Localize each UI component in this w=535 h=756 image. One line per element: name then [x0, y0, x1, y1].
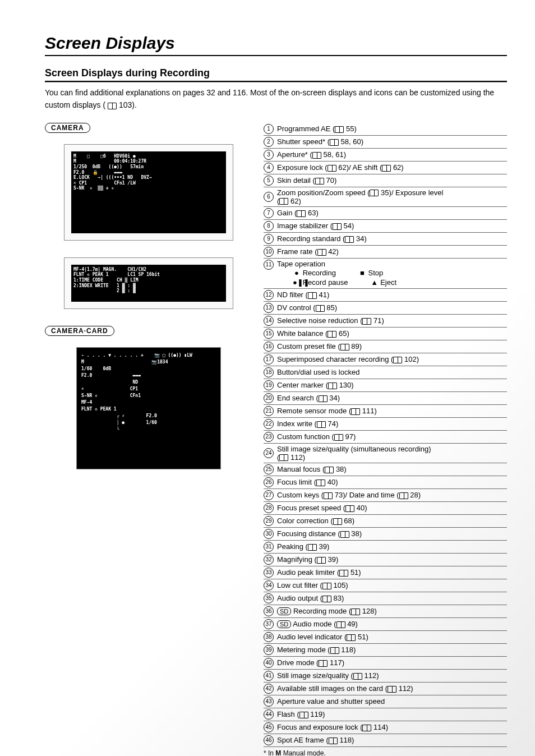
legend-number: 13 [264, 303, 274, 313]
camera-osd-diagram: M □ □6 HDV60i ● M 00:04:10:27R 1/250 0dB… [64, 144, 233, 241]
legend-number: 24 [264, 448, 274, 458]
diagram2-text: - . . . . ▼ . . . . . + 📷 □ ((●)) ▮LW M … [81, 352, 216, 433]
book-icon [319, 395, 328, 402]
book-icon [325, 467, 334, 473]
book-icon [299, 712, 308, 718]
sd-pill: SD [277, 607, 291, 615]
legend-number: 30 [264, 529, 274, 539]
legend-item: 42Available still images on the card ( 1… [264, 683, 507, 695]
legend-text: Programmed AE ( 55) [277, 125, 357, 133]
legend-item: 19Center marker ( 130) [264, 379, 507, 392]
legend-text: SD Recording mode ( 128) [277, 607, 377, 615]
book-icon [328, 165, 336, 172]
legend-number: 21 [264, 406, 274, 416]
legend-item: 6Zoom position/Zoom speed ( 35)/ Exposur… [264, 187, 507, 207]
legend-item: 15White balance ( 65) [264, 328, 507, 340]
legend-text: Audio level indicator ( 51) [277, 633, 368, 641]
legend-text: ND filter ( 41) [277, 291, 329, 299]
book-icon [340, 344, 349, 351]
legend-text: Metering mode ( 118) [277, 646, 356, 654]
legend-item: 14Selective noise reduction ( 71) [264, 315, 507, 328]
book-icon [308, 292, 317, 299]
legend-item: 7Gain ( 63) [264, 207, 507, 220]
legend-item: 18Button/dial used is locked [264, 366, 507, 379]
book-icon [316, 305, 325, 312]
book-icon [333, 223, 342, 230]
legend-text: Remote sensor mode ( 111) [277, 407, 377, 415]
legend-item: 36SD Recording mode ( 128) [264, 605, 507, 618]
legend-text: Focus and exposure lock ( 114) [277, 723, 388, 731]
legend-item: 31Peaking ( 39) [264, 541, 507, 554]
legend-number: 12 [264, 290, 274, 300]
legend-text: Low cut filter ( 105) [277, 581, 348, 589]
legend-number: 40 [264, 658, 274, 668]
legend-item: 2Shutter speed* ( 58, 60) [264, 136, 507, 149]
camera-card-mode-pill: CAMERA·CARD [45, 326, 114, 336]
legend-item: 44Flash ( 119) [264, 708, 507, 721]
legend-text: Frame rate ( 42) [277, 247, 339, 256]
legend-text: Exposure lock ( 62)/ AE shift ( 62) [277, 163, 404, 172]
legend-item: 24Still image size/quality (simultaneous… [264, 444, 507, 463]
tape-stop: Stop [368, 269, 384, 277]
legend-number: 9 [264, 234, 274, 244]
legend-item: 30Focusing distance ( 38) [264, 528, 507, 541]
legend-number: 19 [264, 380, 274, 390]
legend-item: 4Exposure lock ( 62)/ AE shift ( 62) [264, 162, 507, 174]
book-icon [315, 178, 324, 185]
legend-number: 2 [264, 137, 274, 147]
legend-item: 16Custom preset file ( 89) [264, 340, 507, 353]
legend-item: 8Image stabilizer ( 54) [264, 220, 507, 233]
legend-text: Focus preset speed ( 40) [277, 504, 367, 512]
book-icon [328, 331, 336, 338]
legend-text: End search ( 34) [277, 394, 340, 402]
tape-recording: Recording [303, 269, 336, 277]
legend-item: 23Custom function ( 97) [264, 431, 507, 444]
legend-number: 37 [264, 619, 274, 629]
legend-item: 11Tape operation● Recording■ Stop●❚❚ Rec… [264, 259, 507, 289]
legend-item: 21Remote sensor mode ( 111) [264, 405, 507, 418]
legend-item: 32Magnifying ( 39) [264, 554, 507, 566]
legend-item: 5Skin detail ( 70) [264, 174, 507, 187]
book-icon [351, 609, 360, 615]
tape-pause: Record pause [303, 278, 348, 287]
legend-number: 36 [264, 606, 274, 616]
legend-text: Skin detail ( 70) [277, 176, 336, 185]
book-icon [330, 139, 339, 146]
legend-text: Selective noise reduction ( 71) [277, 316, 384, 325]
legend-text: Flash ( 119) [277, 710, 325, 718]
record-icon: ● [293, 269, 301, 277]
legend-number: 43 [264, 697, 274, 707]
book-icon [330, 647, 339, 654]
legend-text: White balance ( 65) [277, 329, 349, 338]
diagram1-text: M □ □6 HDV60i ● M 00:04:10:27R 1/250 0dB… [73, 154, 224, 191]
legend-number: 11 [264, 260, 274, 270]
legend-text: Peaking ( 39) [277, 542, 329, 551]
legend-text: Still image size/quality (simultaneous r… [277, 445, 431, 462]
legend-item: 20End search ( 34) [264, 392, 507, 405]
legend-number: 3 [264, 150, 274, 160]
book-icon [353, 673, 362, 680]
book-icon [339, 570, 348, 577]
legend-text: Color correction ( 68) [277, 517, 354, 525]
book-icon [382, 165, 391, 172]
legend-number: 8 [264, 221, 274, 231]
intro-text: You can find additional explanations on … [45, 86, 507, 112]
book-icon [108, 103, 117, 109]
legend-item: 13DV control ( 85) [264, 302, 507, 315]
legend-number: 33 [264, 568, 274, 578]
legend-text: Image stabilizer ( 54) [277, 222, 354, 230]
legend-text: Audio peak limiter ( 51) [277, 568, 361, 577]
legend-number: 35 [264, 593, 274, 603]
legend-number: 7 [264, 208, 274, 218]
legend-text: Custom function ( 97) [277, 432, 356, 441]
book-icon [336, 621, 345, 628]
legend-number: 25 [264, 464, 274, 474]
book-icon [328, 382, 337, 389]
tape-eject: Eject [380, 278, 396, 287]
legend-text: Manual focus ( 38) [277, 465, 347, 473]
legend-text: Index write ( 74) [277, 420, 338, 428]
stop-icon: ■ [358, 269, 366, 277]
footnote-bold: M [275, 749, 281, 756]
legend-list: 1Programmed AE ( 55)2Shutter speed* ( 58… [264, 123, 507, 747]
book-icon [393, 357, 402, 363]
